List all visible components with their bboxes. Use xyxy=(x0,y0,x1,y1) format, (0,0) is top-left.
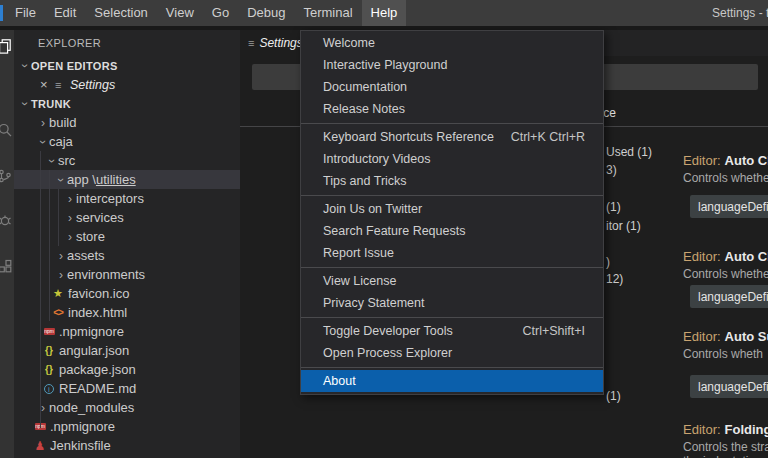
tree-file-readme-md[interactable]: iREADME.md xyxy=(14,379,240,398)
menu-item-introductory-videos[interactable]: Introductory Videos xyxy=(301,148,603,170)
extensions-icon[interactable] xyxy=(0,258,13,274)
menubar-item-debug[interactable]: Debug xyxy=(238,0,294,26)
menu-item-label: Release Notes xyxy=(323,102,405,116)
menu-item-label: View License xyxy=(323,274,396,288)
tree-folder-node-modules[interactable]: ›node_modules xyxy=(14,398,240,417)
explorer-sidebar: EXPLORER › OPEN EDITORS × ≡ Settings › T… xyxy=(14,30,240,458)
chevron-down-icon: › xyxy=(19,98,31,110)
tree-folder-environments[interactable]: ›environments xyxy=(14,265,240,284)
help-menu-dropdown: WelcomeInteractive PlaygroundDocumentati… xyxy=(300,30,604,395)
menu-item-label: Documentation xyxy=(323,80,407,94)
tree-folder-services[interactable]: ›services xyxy=(14,208,240,227)
setting-description: Controls wheth xyxy=(683,347,763,361)
tree-file-npmignore[interactable]: npm.npmignore xyxy=(14,417,240,436)
chevron-right-icon: › xyxy=(64,212,76,224)
menubar-item-selection[interactable]: Selection xyxy=(85,0,156,26)
tree-file-index-html[interactable]: <>index.html xyxy=(14,303,240,322)
menubar-item-edit[interactable]: Edit xyxy=(45,0,85,26)
toc-item[interactable]: (1) xyxy=(606,200,621,214)
workspace-root-header[interactable]: › TRUNK xyxy=(14,94,240,113)
tree-item-label: interceptors xyxy=(76,191,144,206)
tree-item-label: favicon.ico xyxy=(68,286,129,301)
setting-title: Editor:Auto Clo xyxy=(683,249,768,264)
tree-folder-assets[interactable]: ›assets xyxy=(14,246,240,265)
setting-name: Auto Clo xyxy=(725,153,768,168)
chevron-right-icon: › xyxy=(55,269,67,281)
menu-item-shortcut: Ctrl+K Ctrl+R xyxy=(511,130,585,144)
menu-item-interactive-playground[interactable]: Interactive Playground xyxy=(301,54,603,76)
favicon-star-icon: ★ xyxy=(53,287,63,300)
menu-item-release-notes[interactable]: Release Notes xyxy=(301,98,603,120)
open-editor-item-settings[interactable]: × ≡ Settings xyxy=(14,75,240,94)
close-icon[interactable]: × xyxy=(40,77,55,92)
chevron-right-icon: › xyxy=(37,402,49,414)
search-icon[interactable] xyxy=(0,122,13,138)
tree-file-favicon-ico[interactable]: ★favicon.ico xyxy=(14,284,240,303)
menu-item-label: Toggle Developer Tools xyxy=(323,324,453,338)
menubar-item-view[interactable]: View xyxy=(157,0,203,26)
tree-folder-store[interactable]: ›store xyxy=(14,227,240,246)
readme-info-icon: i xyxy=(44,384,54,394)
tree-folder-app-utilities[interactable]: ›app \ utilities xyxy=(14,170,240,189)
setting-category: Editor: xyxy=(683,249,721,264)
toc-item[interactable]: itor (1) xyxy=(606,219,641,233)
menu-item-about[interactable]: About xyxy=(301,370,603,392)
menu-item-keyboard-shortcuts-reference[interactable]: Keyboard Shortcuts ReferenceCtrl+K Ctrl+… xyxy=(301,126,603,148)
toc-item[interactable]: Used (1) xyxy=(606,145,652,159)
tree-file-npmignore[interactable]: npm.npmignore xyxy=(14,322,240,341)
tree-folder-src[interactable]: ›src xyxy=(14,151,240,170)
open-editors-header[interactable]: › OPEN EDITORS xyxy=(14,56,240,75)
debug-icon[interactable] xyxy=(0,212,13,228)
explorer-title: EXPLORER xyxy=(38,37,101,49)
toc-item[interactable]: ) xyxy=(606,255,610,269)
tree-file-angular-json[interactable]: {}angular.json xyxy=(14,341,240,360)
toc-item[interactable]: 12) xyxy=(606,272,623,286)
menu-item-welcome[interactable]: Welcome xyxy=(301,32,603,54)
source-control-icon[interactable] xyxy=(0,168,13,184)
menu-item-view-license[interactable]: View License xyxy=(301,270,603,292)
chevron-right-icon: › xyxy=(55,250,67,262)
menu-item-label: Search Feature Requests xyxy=(323,224,465,238)
tree-folder-interceptors[interactable]: ›interceptors xyxy=(14,189,240,208)
menu-item-search-feature-requests[interactable]: Search Feature Requests xyxy=(301,220,603,242)
tree-folder-build[interactable]: ›build xyxy=(14,113,240,132)
menu-item-label: Keyboard Shortcuts Reference xyxy=(323,130,494,144)
menu-item-label: About xyxy=(323,374,356,388)
setting-value-dropdown[interactable]: languageDefin xyxy=(690,195,768,218)
file-icon-wrap: ★ xyxy=(51,287,65,300)
tree-item-label: app \ xyxy=(67,172,96,187)
tree-folder-caja[interactable]: ›caja xyxy=(14,132,240,151)
chevron-right-icon: › xyxy=(64,193,76,205)
chevron-down-icon: › xyxy=(55,174,67,186)
setting-value-dropdown[interactable]: languageDefin xyxy=(690,285,768,308)
file-icon-wrap: npm xyxy=(33,423,47,430)
tree-file-jenkinsfile[interactable]: ♟Jenkinsfile xyxy=(14,436,240,455)
menu-item-report-issue[interactable]: Report Issue xyxy=(301,242,603,264)
explorer-icon[interactable] xyxy=(0,38,13,54)
tree-item-label: caja xyxy=(49,134,73,149)
tree-item-label: services xyxy=(76,210,124,225)
menu-item-privacy-statement[interactable]: Privacy Statement xyxy=(301,292,603,314)
menu-item-documentation[interactable]: Documentation xyxy=(301,76,603,98)
setting-value-dropdown[interactable]: languageDefin xyxy=(690,375,768,398)
menu-item-label: Welcome xyxy=(323,36,375,50)
tree-item-label: store xyxy=(76,229,105,244)
menu-item-join-us-on-twitter[interactable]: Join Us on Twitter xyxy=(301,198,603,220)
menubar-item-help[interactable]: Help xyxy=(362,0,407,26)
menu-item-toggle-developer-tools[interactable]: Toggle Developer ToolsCtrl+Shift+I xyxy=(301,320,603,342)
menubar-item-go[interactable]: Go xyxy=(203,0,238,26)
tree-item-label: environments xyxy=(67,267,145,282)
menu-item-shortcut: Ctrl+Shift+I xyxy=(522,324,585,338)
setting-title: Editor:Auto Su xyxy=(683,329,768,344)
jenkins-file-icon: ♟ xyxy=(35,440,46,452)
tree-file-package-json[interactable]: {}package.json xyxy=(14,360,240,379)
toc-item[interactable]: 3) xyxy=(606,163,617,177)
chevron-down-icon: › xyxy=(46,155,58,167)
tree-item-label: angular.json xyxy=(59,343,129,358)
menubar-item-file[interactable]: File xyxy=(6,0,45,26)
menubar-item-terminal[interactable]: Terminal xyxy=(294,0,361,26)
menu-item-open-process-explorer[interactable]: Open Process Explorer xyxy=(301,342,603,364)
setting-description: Controls the stra xyxy=(683,440,768,454)
toc-item[interactable]: (1) xyxy=(606,389,621,403)
menu-item-tips-and-tricks[interactable]: Tips and Tricks xyxy=(301,170,603,192)
